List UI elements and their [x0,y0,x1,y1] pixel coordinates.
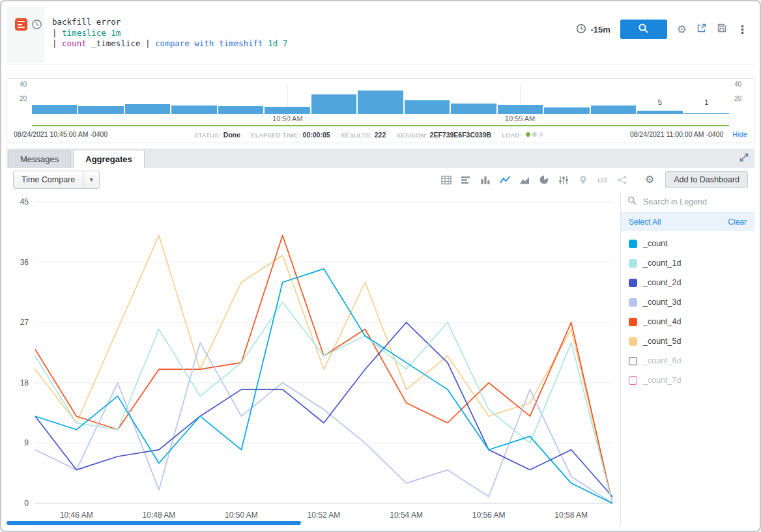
legend-item-_count_7d[interactable]: _count_7d [621,371,754,390]
run-search-button[interactable] [620,20,667,39]
area-chart-icon[interactable] [517,173,532,187]
legend-item-_count_6d[interactable]: _count_6d [621,351,754,371]
histogram-bar[interactable] [171,84,216,114]
legend-controls: Select All Clear [621,213,754,231]
query-line[interactable]: | timeslice 1m [52,28,287,39]
add-to-dashboard-button[interactable]: Add to Dashboard [665,171,748,188]
expand-icon[interactable]: ⤢ [739,151,748,163]
line-chart-svg[interactable]: 091827364510:46 AM10:48 AM10:50 AM10:52 … [7,191,620,525]
histogram-bar[interactable] [265,84,309,114]
histogram-bar[interactable] [544,84,589,114]
histogram-bar[interactable] [498,84,543,114]
histogram-bar[interactable] [32,84,77,114]
line-chart-icon-active[interactable] [497,173,513,187]
status-status: STATUS:Done [194,128,240,140]
more-options-kebab-icon[interactable]: ⋮ [737,24,748,35]
time-range-label: -15m [590,25,610,35]
search-history-icon[interactable] [31,19,42,33]
legend-swatch [629,259,637,268]
search-icon [638,23,649,36]
legend-item-_count[interactable]: _count [621,234,754,253]
column-chart-icon[interactable] [478,173,493,187]
query-actions: -15m ⚙ ⋮ [576,20,748,39]
query-line[interactable]: backfill error [52,17,287,28]
legend-item-_count_2d[interactable]: _count_2d [621,273,754,292]
histogram-bar[interactable] [218,84,263,114]
map-pin-icon[interactable] [575,173,591,187]
chevron-down-icon: ▾ [83,172,99,188]
svg-text:10:48 AM: 10:48 AM [143,511,176,520]
load-dot [526,132,530,137]
tab-messages[interactable]: Messages [8,150,71,168]
chart-toolbar: Time Compare ▾ 123 ⚙ Add to Dashb [7,168,754,191]
clear-link[interactable]: Clear [728,217,747,227]
search-window: backfill error| timeslice 1m| count _tim… [0,0,761,532]
histogram-plot: 51 [32,84,729,114]
time-compare-dropdown[interactable]: Time Compare ▾ [13,171,100,189]
time-compare-label: Time Compare [14,175,83,184]
legend-item-_count_3d[interactable]: _count_3d [621,292,754,312]
svg-text:10:52 AM: 10:52 AM [308,511,341,520]
query-editor[interactable]: backfill error| timeslice 1m| count _tim… [52,17,287,49]
status-load: LOAD: [502,128,543,140]
bar-chart-horizontal-icon[interactable] [458,173,474,187]
chart-settings-sliders-icon[interactable] [556,173,571,187]
svg-text:9: 9 [24,438,29,447]
svg-text:10:56 AM: 10:56 AM [472,511,506,520]
histogram-bar[interactable] [125,84,170,114]
histogram-bar[interactable] [311,84,356,114]
hide-link[interactable]: Hide [732,130,747,138]
svg-text:18: 18 [20,378,29,387]
histogram-bars: 51 [32,84,729,114]
status-elapsed-time: ELAPSED TIME:00:00:05 [251,128,330,140]
histogram-y-tick: 20 [734,95,749,102]
svg-text:123: 123 [597,176,607,184]
status-row: 08/24/2021 10:45:00 AM -0400 STATUS:Done… [14,129,747,139]
svg-text:27: 27 [20,318,29,327]
histogram-bar[interactable] [405,84,450,114]
histogram-bar[interactable] [358,84,403,114]
app-logo-icon [15,18,27,31]
select-all-link[interactable]: Select All [629,217,661,227]
status-session: SESSION:2EF739E6F3C039B [396,128,491,140]
histogram-y-tick: 40 [12,81,27,88]
results-tab-strip: MessagesAggregates ⤢ [7,148,754,168]
horizontal-scrollbar-thumb[interactable] [7,521,301,525]
svg-text:10:46 AM: 10:46 AM [60,511,93,520]
histogram-bar[interactable] [78,84,123,114]
pie-chart-icon[interactable] [536,173,552,187]
legend-search-row [621,191,754,213]
chart-type-icons: 123 ⚙ [438,173,657,187]
legend-item-_count_1d[interactable]: _count_1d [621,253,754,273]
flow-branch-icon[interactable] [614,173,630,187]
search-icon [627,196,637,208]
settings-gear-icon[interactable]: ⚙ [677,24,687,35]
legend-search-input[interactable] [642,197,748,207]
histogram-bar[interactable]: 1 [684,84,729,114]
histogram-bar[interactable]: 5 [637,84,682,114]
query-line[interactable]: | count _timeslice | compare with timesh… [52,38,287,49]
legend-swatch [629,240,637,248]
histogram-bar[interactable] [591,84,636,114]
query-bar: backfill error| timeslice 1m| count _tim… [7,7,754,64]
legend-item-_count_4d[interactable]: _count_4d [621,312,754,331]
query-icon-column [7,7,44,63]
tab-aggregates[interactable]: Aggregates [73,150,145,168]
time-range-picker[interactable]: -15m [576,23,610,36]
save-icon[interactable] [717,23,727,36]
histogram-y-tick: 20 [12,95,27,102]
share-icon[interactable] [696,23,707,36]
histogram-bar[interactable] [451,84,496,114]
chart-gear-icon[interactable]: ⚙ [642,173,657,187]
legend-swatch [629,279,637,287]
tabs: MessagesAggregates [8,150,147,168]
legend-item-_count_5d[interactable]: _count_5d [621,331,754,351]
svg-text:10:58 AM: 10:58 AM [554,511,588,520]
load-dot [539,132,543,137]
svg-text:0: 0 [24,499,29,508]
table-view-icon[interactable] [438,173,454,187]
numeric-display-icon[interactable]: 123 [595,173,610,187]
histogram-progress-line [32,125,729,126]
histogram-bar-value: 1 [684,98,729,106]
legend-swatch [629,357,637,365]
